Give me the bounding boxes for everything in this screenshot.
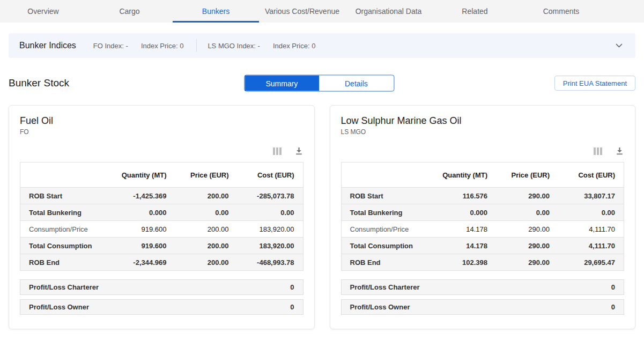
column-header: Quantity (MT) [418,171,487,179]
bunker-table: Quantity (MT)Price (EUR)Cost (EUR)ROB St… [20,162,304,271]
card-toolbar [341,146,625,156]
table-row: Consumption/Price919.600200.00183,920.00 [20,220,303,237]
profit-loss-bar: Profit/Loss Owner0 [20,299,304,315]
table-row: Consumption/Price14.178290.004,111.70 [342,220,624,237]
columns-icon[interactable] [594,147,602,155]
row-label: Total Consumption [29,242,97,250]
profit-loss-bar: Profit/Loss Charterer0 [341,279,625,295]
table-row: ROB End102.398290.0029,695.47 [342,254,624,270]
row-price: 0.00 [167,209,229,217]
bunker-stock-header: Bunker Stock Summary Details Print EUA S… [9,74,635,92]
row-quantity: 102.398 [418,258,487,267]
row-price: 290.00 [487,258,550,267]
row-cost: 183,920.00 [229,225,294,233]
bunker-card-fo: Fuel OilFOQuantity (MT)Price (EUR)Cost (… [9,105,315,329]
tab-comments[interactable]: Comments [518,0,604,23]
column-header: Cost (EUR) [550,171,615,179]
row-cost: -468,993.78 [229,258,294,267]
row-cost: 33,807.17 [550,192,615,200]
row-label: Total Bunkering [350,209,418,217]
bunker-card-ls-mgo: Low Sulphur Marine Gas OilLS MGOQuantity… [330,105,636,329]
column-header: Price (EUR) [487,171,550,179]
card-toolbar [20,146,304,156]
row-quantity: 14.178 [418,242,487,250]
row-quantity: -1,425.369 [97,192,167,200]
chevron-down-icon[interactable] [613,41,625,50]
table-row: Total Consumption919.600200.00183,920.00 [20,237,303,254]
row-cost: 4,111.70 [550,242,615,250]
cards-grid: Fuel OilFOQuantity (MT)Price (EUR)Cost (… [9,105,635,329]
column-header: Quantity (MT) [97,171,167,179]
profit-loss-value: 0 [290,303,294,311]
tab-related[interactable]: Related [432,0,518,23]
table-row: Total Bunkering0.0000.000.00 [342,204,624,220]
row-price: 290.00 [487,225,550,233]
ls-mgo-index-price: Index Price: 0 [273,42,316,50]
row-label: ROB Start [350,192,418,200]
download-icon[interactable] [294,146,304,156]
tab-organisational-data[interactable]: Organisational Data [345,0,432,23]
row-label: Consumption/Price [350,225,418,233]
table-header-row: Quantity (MT)Price (EUR)Cost (EUR) [20,162,303,187]
row-label: ROB End [29,258,97,267]
bunker-indices-bar[interactable]: Bunker Indices FO Index: - Index Price: … [9,33,635,58]
table-header-row: Quantity (MT)Price (EUR)Cost (EUR) [342,162,624,187]
row-price: 200.00 [167,225,229,233]
profit-loss-label: Profit/Loss Owner [29,303,89,311]
row-price: 0.00 [487,209,550,217]
row-label: ROB Start [29,192,97,200]
row-quantity: 919.600 [97,225,167,233]
profit-loss-value: 0 [290,283,294,291]
page-title: Bunker Stock [9,77,69,89]
table-row: Total Consumption14.178290.004,111.70 [342,237,624,254]
row-cost: 29,695.47 [550,258,615,267]
table-row: ROB End-2,344.969200.00-468,993.78 [20,254,303,270]
columns-icon[interactable] [273,147,282,155]
row-cost: 183,920.00 [229,242,294,250]
table-row: Total Bunkering0.0000.000.00 [20,204,303,220]
row-price: 200.00 [167,192,229,200]
row-price: 200.00 [167,242,229,250]
column-header: Price (EUR) [167,171,229,179]
tab-bar: OverviewCargoBunkersVarious Cost/Revenue… [0,0,644,23]
profit-loss-value: 0 [611,283,615,291]
card-title: Low Sulphur Marine Gas Oil [341,115,625,127]
bunker-table: Quantity (MT)Price (EUR)Cost (EUR)ROB St… [341,162,625,271]
row-quantity: 0.000 [418,209,487,217]
row-quantity: -2,344.969 [97,258,167,267]
row-price: 290.00 [487,242,550,250]
profit-loss-label: Profit/Loss Owner [350,303,410,311]
summary-details-toggle: Summary Details [244,75,394,92]
profit-loss-bar: Profit/Loss Charterer0 [20,279,304,295]
row-quantity: 919.600 [97,242,167,250]
fo-index-value: FO Index: - [93,42,128,50]
row-quantity: 116.576 [418,192,487,200]
table-row: ROB Start116.576290.0033,807.17 [342,187,624,204]
row-quantity: 0.000 [97,209,167,217]
profit-loss-label: Profit/Loss Charterer [29,283,99,291]
bunker-indices-title: Bunker Indices [19,41,76,50]
details-toggle-button[interactable]: Details [319,76,394,91]
row-label: Total Consumption [350,242,418,250]
row-cost: 0.00 [229,209,294,217]
tab-various-cost-revenue[interactable]: Various Cost/Revenue [259,0,345,23]
indices-divider [196,39,197,52]
profit-loss-bar: Profit/Loss Owner0 [341,299,625,315]
tab-bunkers[interactable]: Bunkers [173,0,259,23]
tab-overview[interactable]: Overview [0,0,86,23]
row-price: 200.00 [167,258,229,267]
fo-index-price: Index Price: 0 [141,42,184,50]
card-title: Fuel Oil [20,115,304,127]
profit-loss-value: 0 [611,303,615,311]
print-eua-statement-button[interactable]: Print EUA Statement [554,76,635,91]
row-cost: 4,111.70 [550,225,615,233]
row-cost: 0.00 [550,209,615,217]
ls-mgo-index-value: LS MGO Index: - [208,42,260,50]
tab-cargo[interactable]: Cargo [86,0,173,23]
row-label: ROB End [350,258,418,267]
row-label: Total Bunkering [29,209,97,217]
download-icon[interactable] [615,146,624,156]
column-header: Cost (EUR) [229,171,294,179]
summary-toggle-button[interactable]: Summary [245,76,319,91]
card-subtitle: FO [20,128,304,136]
